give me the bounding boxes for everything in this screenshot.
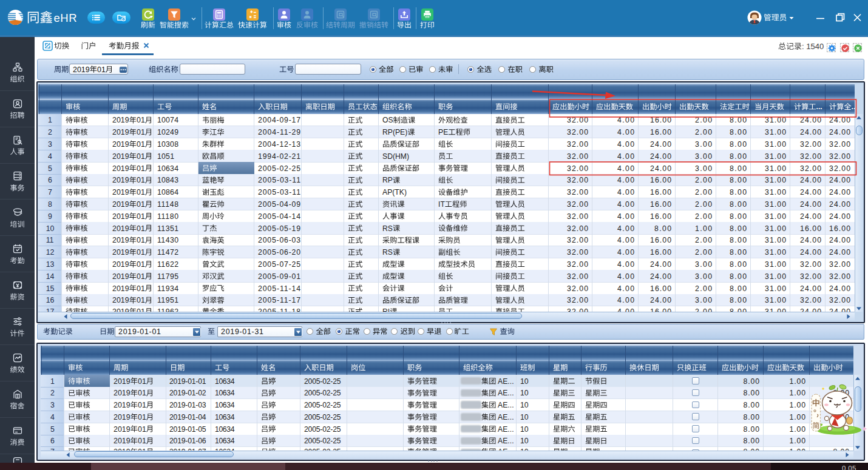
svg-text:: 1540: : 1540 — [802, 42, 824, 51]
